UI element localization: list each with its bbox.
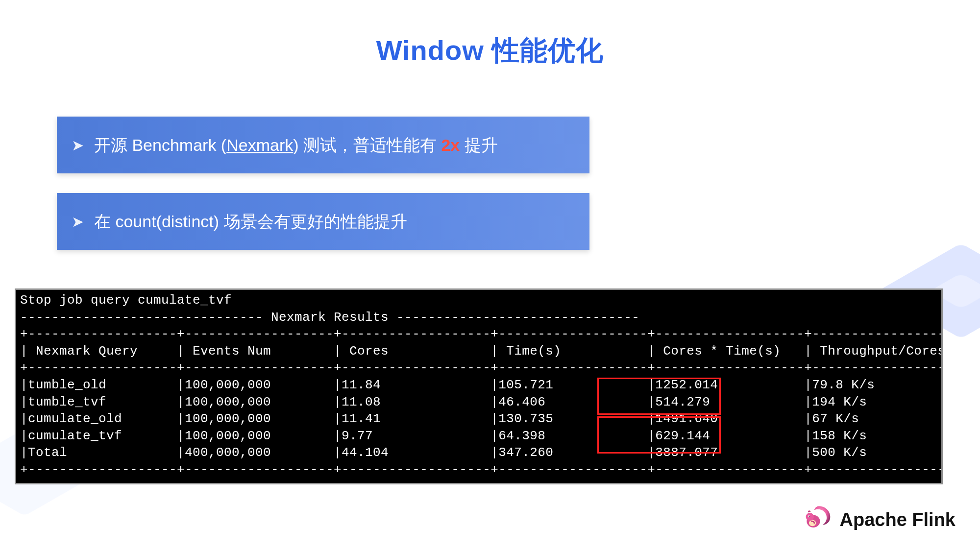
- terminal-line: +-------------------+-------------------…: [20, 461, 937, 479]
- bullet-arrow-icon: ➤: [72, 138, 85, 153]
- nexmark-link[interactable]: Nexmark: [226, 136, 293, 154]
- terminal-output: Stop job query cumulate_tvf ------------…: [15, 288, 943, 484]
- bullet1-post: 提升: [460, 136, 497, 154]
- flink-squirrel-icon: [804, 503, 832, 536]
- table-row: |tumble_tvf |100,000,000 |11.08 |46.406 …: [20, 394, 937, 411]
- table-row: |tumble_old |100,000,000 |11.84 |105.721…: [20, 377, 937, 394]
- svg-point-4: [808, 516, 809, 517]
- table-row: |cumulate_tvf |100,000,000 |9.77 |64.398…: [20, 428, 937, 445]
- footer-label: Apache Flink: [840, 509, 956, 530]
- table-row: |cumulate_old |100,000,000 |11.41 |130.7…: [20, 410, 937, 428]
- bullet1-pre: 开源 Benchmark (: [94, 136, 226, 154]
- svg-point-2: [806, 513, 813, 521]
- bullet1-2x: 2x: [441, 136, 460, 154]
- terminal-head: | Nexmark Query | Events Num | Cores | T…: [20, 343, 937, 360]
- bullet1-mid: ) 测试，普适性能有: [293, 136, 441, 154]
- table-row: |Total |400,000,000 |44.104 |347.260 |38…: [20, 444, 937, 461]
- slide-title: Window 性能优化: [0, 32, 980, 70]
- bullet-benchmark: ➤ 开源 Benchmark (Nexmark) 测试，普适性能有 2x 提升: [57, 117, 589, 173]
- bullet-text: 开源 Benchmark (Nexmark) 测试，普适性能有 2x 提升: [94, 134, 498, 157]
- terminal-line: +-------------------+-------------------…: [20, 359, 937, 377]
- bullet-arrow-icon: ➤: [72, 215, 85, 229]
- terminal-line: Stop job query cumulate_tvf: [20, 292, 937, 309]
- bullet-count-distinct: ➤ 在 count(distinct) 场景会有更好的性能提升: [57, 193, 589, 250]
- bullet-text: 在 count(distinct) 场景会有更好的性能提升: [94, 211, 407, 233]
- terminal-line: ------------------------------- Nexmark …: [20, 309, 937, 326]
- footer-logo: Apache Flink: [804, 503, 956, 536]
- terminal-line: +-------------------+-------------------…: [20, 326, 937, 343]
